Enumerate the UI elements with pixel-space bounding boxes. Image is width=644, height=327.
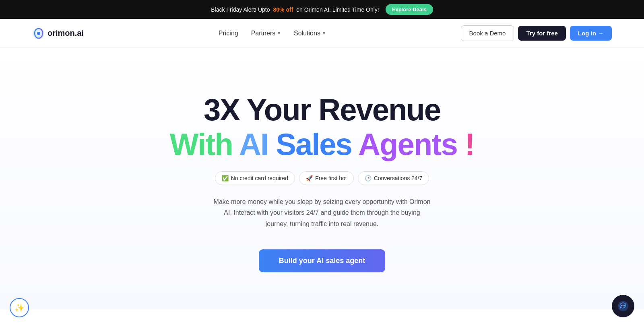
build-agent-button[interactable]: Build your AI sales agent (259, 249, 385, 272)
badge-conversations: 🕐 Conversations 24/7 (358, 171, 429, 185)
badge-label-2: Free first bot (315, 175, 347, 181)
badge-label-1: No credit card required (231, 175, 288, 181)
nav-links: Pricing Partners ▼ Solutions ▼ (219, 30, 326, 37)
logo-text: orimon.ai (47, 29, 84, 38)
solutions-link[interactable]: Solutions ▼ (294, 30, 326, 37)
hero-title-line1: 3X Your Revenue (204, 93, 440, 127)
hero-exclaim: ! (465, 127, 474, 161)
checkmark-icon: ✅ (222, 175, 229, 181)
hero-word-with: With (170, 127, 233, 161)
logo[interactable]: orimon.ai (32, 27, 84, 40)
nav-item-pricing[interactable]: Pricing (219, 30, 238, 37)
svg-point-1 (37, 32, 40, 35)
svg-point-4 (623, 305, 624, 306)
nav-item-solutions[interactable]: Solutions ▼ (294, 30, 326, 37)
hero-word-ai: AI (239, 127, 268, 161)
banner-text-before: Black Friday Alert! Upto (211, 6, 270, 13)
hero-description: Make more money while you sleep by seizi… (213, 196, 431, 229)
badge-free-first-bot: 🚀 Free first bot (299, 171, 354, 185)
navbar: orimon.ai Pricing Partners ▼ Solutions ▼… (0, 19, 644, 48)
rocket-icon: 🚀 (306, 175, 313, 181)
logo-icon (32, 27, 45, 40)
chat-widget-icon (617, 300, 629, 309)
hero-word-agents: Agents (358, 127, 457, 161)
pricing-link[interactable]: Pricing (219, 30, 238, 37)
hero-badges: ✅ No credit card required 🚀 Free first b… (215, 171, 429, 185)
clock-icon: 🕐 (365, 175, 372, 181)
svg-point-5 (624, 305, 625, 306)
try-free-button[interactable]: Try for free (518, 26, 566, 41)
hero-title-line2: With AI Sales Agents ! (170, 127, 474, 162)
svg-point-3 (621, 305, 622, 306)
hero-section: 3X Your Revenue With AI Sales Agents ! ✅… (0, 48, 644, 309)
chevron-down-icon: ▼ (277, 31, 281, 35)
banner-highlight: 80% off (273, 6, 293, 13)
explore-deals-button[interactable]: Explore Deals (386, 4, 433, 15)
nav-item-partners[interactable]: Partners ▼ (251, 30, 281, 37)
badge-label-3: Conversations 24/7 (374, 175, 423, 181)
badge-no-credit-card: ✅ No credit card required (215, 171, 295, 185)
top-banner: Black Friday Alert! Upto 80% off on Orim… (0, 0, 644, 19)
book-demo-button[interactable]: Book a Demo (461, 25, 514, 41)
chevron-down-icon: ▼ (322, 31, 326, 35)
hero-word-sales: Sales (276, 127, 352, 161)
partners-link[interactable]: Partners ▼ (251, 30, 281, 37)
login-button[interactable]: Log in → (570, 26, 612, 41)
banner-text-after: on Orimon AI. Limited Time Only! (296, 6, 379, 13)
help-icon: ✨ (14, 303, 25, 309)
nav-actions: Book a Demo Try for free Log in → (461, 25, 612, 41)
